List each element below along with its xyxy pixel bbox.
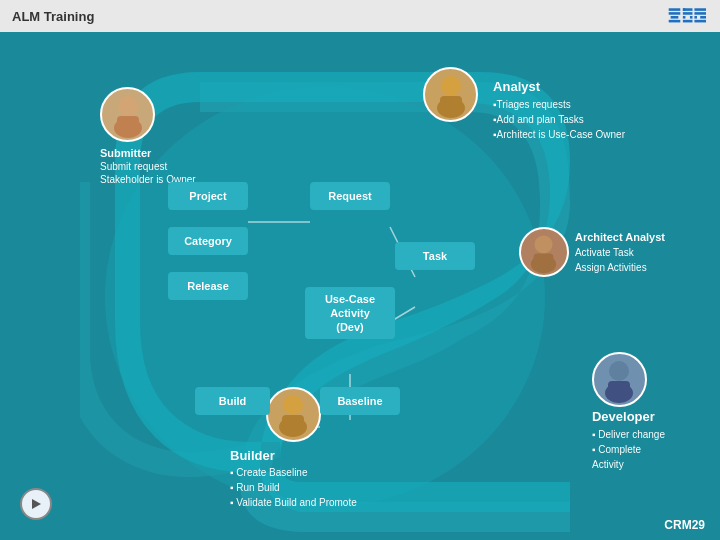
analyst-figure — [426, 70, 476, 120]
release-box: Release — [168, 272, 248, 300]
developer-bullet1: ▪ Deliver change — [592, 427, 665, 442]
builder-bullet2: ▪ Run Build — [230, 480, 357, 495]
svg-rect-9 — [683, 8, 693, 11]
analyst-bullet2: ▪Add and plan Tasks — [493, 112, 625, 127]
architect-name: Architect Analyst — [575, 229, 665, 246]
svg-rect-8 — [683, 20, 693, 23]
svg-rect-10 — [694, 8, 706, 11]
analyst-bullet3: ▪Architect is Use-Case Owner — [493, 127, 625, 142]
developer-avatar — [592, 352, 647, 407]
svg-rect-5 — [683, 12, 693, 15]
svg-rect-0 — [669, 8, 681, 11]
svg-rect-12 — [700, 16, 706, 19]
baseline-box: Baseline — [320, 387, 400, 415]
slide-number: CRM29 — [664, 518, 705, 532]
play-button[interactable] — [20, 488, 52, 520]
svg-point-25 — [609, 361, 629, 381]
build-box: Build — [195, 387, 270, 415]
svg-rect-6 — [683, 16, 686, 19]
svg-rect-11 — [694, 12, 706, 15]
svg-rect-3 — [669, 20, 681, 23]
builder-name: Builder — [230, 446, 357, 466]
submitter-section: Submitter Submit request Stakeholder is … — [100, 87, 196, 186]
svg-rect-13 — [694, 20, 706, 23]
developer-name: Developer — [592, 407, 665, 427]
usecase-box: Use-Case Activity (Dev) — [305, 287, 395, 339]
svg-point-28 — [283, 395, 303, 415]
svg-point-16 — [118, 96, 138, 116]
architect-line2: Assign Activities — [575, 260, 665, 275]
svg-rect-14 — [694, 16, 697, 19]
analyst-bullet1: ▪Triages requests — [493, 97, 625, 112]
page-title: ALM Training — [12, 9, 94, 24]
svg-point-22 — [535, 235, 553, 253]
developer-info: Developer ▪ Deliver change ▪ Complete Ac… — [592, 407, 665, 472]
header-bar: ALM Training — [0, 0, 720, 32]
svg-rect-24 — [534, 253, 554, 266]
svg-rect-2 — [671, 16, 679, 19]
builder-figure — [268, 389, 318, 439]
developer-figure — [594, 355, 644, 405]
developer-section: Developer ▪ Deliver change ▪ Complete Ac… — [592, 352, 665, 472]
svg-rect-18 — [117, 116, 139, 130]
analyst-info: Analyst ▪Triages requests ▪Add and plan … — [493, 77, 625, 142]
play-icon — [29, 497, 43, 511]
architect-figure — [521, 230, 566, 275]
svg-rect-30 — [282, 415, 304, 429]
svg-rect-27 — [608, 381, 630, 395]
svg-marker-37 — [32, 499, 41, 509]
architect-line1: Activate Task — [575, 245, 665, 260]
developer-bullet2: ▪ Complete — [592, 442, 665, 457]
builder-info: Builder ▪ Create Baseline ▪ Run Build ▪ … — [230, 446, 357, 511]
svg-point-19 — [441, 76, 461, 96]
svg-rect-21 — [440, 96, 462, 110]
request-box: Request — [310, 182, 390, 210]
category-box: Category — [168, 227, 248, 255]
ibm-logo-icon — [668, 7, 708, 25]
analyst-name: Analyst — [493, 77, 625, 97]
developer-bullet3: Activity — [592, 457, 665, 472]
submitter-info: Submitter Submit request Stakeholder is … — [100, 146, 196, 186]
builder-avatar — [266, 387, 321, 442]
analyst-section: Analyst ▪Triages requests ▪Add and plan … — [488, 77, 625, 142]
submitter-avatar — [100, 87, 155, 142]
analyst-avatar — [423, 67, 478, 122]
architect-section: Architect Analyst Activate Task Assign A… — [519, 227, 665, 277]
builder-bullet1: ▪ Create Baseline — [230, 465, 357, 480]
submitter-line1: Submit request — [100, 160, 196, 173]
builder-bullet3: ▪ Validate Build and Promote — [230, 495, 357, 510]
svg-rect-1 — [669, 12, 681, 15]
ibm-logo — [668, 7, 708, 25]
submitter-figure — [103, 90, 153, 140]
submitter-name: Submitter — [100, 146, 196, 160]
architect-avatar — [519, 227, 569, 277]
project-box: Project — [168, 182, 248, 210]
svg-rect-7 — [690, 16, 693, 19]
architect-info: Architect Analyst Activate Task Assign A… — [575, 229, 665, 276]
main-content: Submitter Submit request Stakeholder is … — [0, 32, 720, 540]
task-box: Task — [395, 242, 475, 270]
